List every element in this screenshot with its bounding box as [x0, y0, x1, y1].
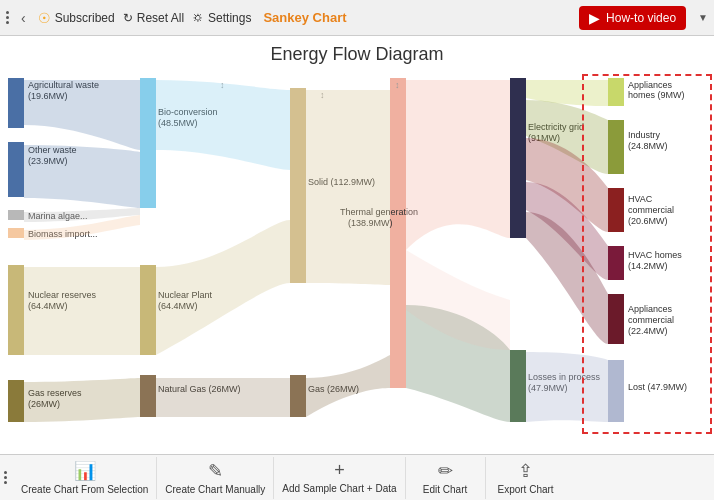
edit-chart-icon: ✏: [438, 460, 453, 482]
edit-chart-label: Edit Chart: [423, 484, 467, 496]
export-chart-label: Export Chart: [497, 484, 553, 496]
add-sample-label: Add Sample Chart + Data: [282, 483, 396, 495]
settings-icon: ⛭: [192, 11, 204, 25]
svg-text:commercial: commercial: [628, 315, 674, 325]
footer-toolbar: 📊 Create Chart From Selection ✎ Create C…: [0, 454, 714, 500]
create-chart-manually-icon: ✎: [208, 460, 223, 482]
create-chart-selection-icon: 📊: [74, 460, 96, 482]
svg-text:(20.6MW): (20.6MW): [628, 216, 668, 226]
create-chart-from-selection-button[interactable]: 📊 Create Chart From Selection: [13, 457, 157, 499]
svg-text:HVAC: HVAC: [628, 194, 653, 204]
subscribed-label: Subscribed: [55, 11, 115, 25]
footer-dots: [4, 471, 7, 484]
svg-text:(22.4MW): (22.4MW): [628, 326, 668, 336]
node-appliances-homes[interactable]: [608, 78, 624, 106]
settings-button[interactable]: ⛭ Settings: [192, 11, 251, 25]
settings-label: Settings: [208, 11, 251, 25]
svg-text:Industry: Industry: [628, 130, 661, 140]
svg-text:(14.2MW): (14.2MW): [628, 261, 668, 271]
node-marina-algae[interactable]: [8, 210, 24, 220]
node-lost[interactable]: [608, 360, 624, 422]
add-sample-icon: +: [334, 460, 345, 481]
node-losses-in-process[interactable]: [510, 350, 526, 422]
svg-text:HVAC homes: HVAC homes: [628, 250, 682, 260]
export-chart-icon: ⇪: [518, 460, 533, 482]
node-appliances-commercial[interactable]: [608, 294, 624, 344]
svg-text:(24.8MW): (24.8MW): [628, 141, 668, 151]
node-gas-reserves[interactable]: [8, 380, 24, 422]
node-industry[interactable]: [608, 120, 624, 174]
toolbar: ‹ ☉ Subscribed ↻ Reset All ⛭ Settings Sa…: [0, 0, 714, 36]
node-gas[interactable]: [290, 375, 306, 417]
reset-label: Reset All: [137, 11, 184, 25]
export-chart-button[interactable]: ⇪ Export Chart: [486, 457, 566, 499]
reset-button[interactable]: ↻ Reset All: [123, 11, 184, 25]
edit-chart-button[interactable]: ✏ Edit Chart: [406, 457, 486, 499]
chart-title: Energy Flow Diagram: [0, 36, 714, 69]
node-thermal-generation[interactable]: [390, 78, 406, 388]
subscribed-icon: ☉: [38, 10, 51, 26]
svg-text:commercial: commercial: [628, 205, 674, 215]
chart-type-label: Sankey Chart: [263, 10, 346, 25]
how-to-button[interactable]: ▶ How-to video: [579, 6, 686, 30]
reset-icon: ↻: [123, 11, 133, 25]
node-biomass-import[interactable]: [8, 228, 24, 238]
node-solid[interactable]: [290, 88, 306, 283]
create-chart-selection-label: Create Chart From Selection: [21, 484, 148, 496]
create-chart-manually-button[interactable]: ✎ Create Chart Manually: [157, 457, 274, 499]
node-nuclear-plant[interactable]: [140, 265, 156, 355]
node-agricultural-waste[interactable]: [8, 78, 24, 128]
node-hvac-commercial[interactable]: [608, 188, 624, 232]
sankey-diagram: Agricultural waste (19.6MW) ↕ Other wast…: [0, 70, 714, 450]
svg-text:Lost (47.9MW): Lost (47.9MW): [628, 382, 687, 392]
node-natural-gas[interactable]: [140, 375, 156, 417]
add-sample-button[interactable]: + Add Sample Chart + Data: [274, 457, 405, 499]
node-bio-conversion[interactable]: [140, 78, 156, 208]
svg-text:↕: ↕: [395, 80, 400, 90]
chart-area: Energy Flow Diagram Agricultural waste (…: [0, 36, 714, 454]
node-other-waste[interactable]: [8, 142, 24, 197]
back-button[interactable]: ‹: [17, 8, 30, 28]
node-nuclear-reserves[interactable]: [8, 265, 24, 355]
dots-menu[interactable]: [6, 11, 9, 24]
svg-text:Appliances: Appliances: [628, 80, 673, 90]
svg-text:homes (9MW): homes (9MW): [628, 90, 685, 100]
subscribed-button[interactable]: ☉ Subscribed: [38, 10, 115, 26]
node-hvac-homes[interactable]: [608, 246, 624, 280]
svg-text:Appliances: Appliances: [628, 304, 673, 314]
create-chart-manually-label: Create Chart Manually: [165, 484, 265, 496]
how-to-dropdown-arrow[interactable]: ▼: [698, 12, 708, 23]
how-to-label: How-to video: [606, 11, 676, 25]
youtube-icon: ▶: [589, 10, 600, 26]
node-electricity-grid[interactable]: [510, 78, 526, 238]
